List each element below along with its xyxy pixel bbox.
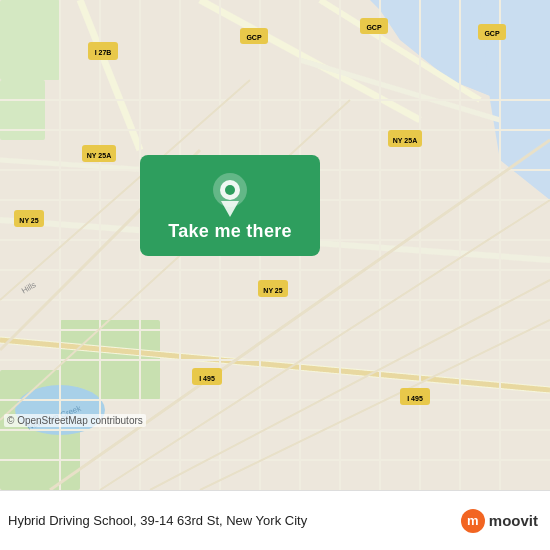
location-text: Hybrid Driving School, 39-14 63rd St, Ne… xyxy=(8,513,461,528)
action-button-wrapper: Take me there xyxy=(140,155,320,256)
svg-text:NY 25: NY 25 xyxy=(263,287,282,294)
map-container: I 27B GCP GCP GCP NY 25 NY 25A NY 25A NY… xyxy=(0,0,550,490)
svg-marker-72 xyxy=(221,201,239,217)
svg-text:GCP: GCP xyxy=(484,30,500,37)
map-attribution: © OpenStreetMap contributors xyxy=(4,414,146,427)
bottom-bar: Hybrid Driving School, 39-14 63rd St, Ne… xyxy=(0,490,550,550)
svg-text:GCP: GCP xyxy=(246,34,262,41)
svg-text:I 495: I 495 xyxy=(199,375,215,382)
svg-text:I 27B: I 27B xyxy=(95,49,112,56)
svg-rect-3 xyxy=(0,0,60,80)
svg-text:I 495: I 495 xyxy=(407,395,423,402)
moovit-m-badge: m xyxy=(461,509,485,533)
svg-text:NY 25: NY 25 xyxy=(19,217,38,224)
svg-text:NY 25A: NY 25A xyxy=(87,152,111,159)
svg-text:NY 25A: NY 25A xyxy=(393,137,417,144)
svg-point-71 xyxy=(225,185,235,195)
moovit-logo: m moovit xyxy=(461,509,538,533)
moovit-text: moovit xyxy=(489,512,538,529)
take-me-there-button[interactable]: Take me there xyxy=(140,155,320,256)
button-label: Take me there xyxy=(168,221,292,242)
svg-text:GCP: GCP xyxy=(366,24,382,31)
location-pin-icon xyxy=(211,173,249,217)
